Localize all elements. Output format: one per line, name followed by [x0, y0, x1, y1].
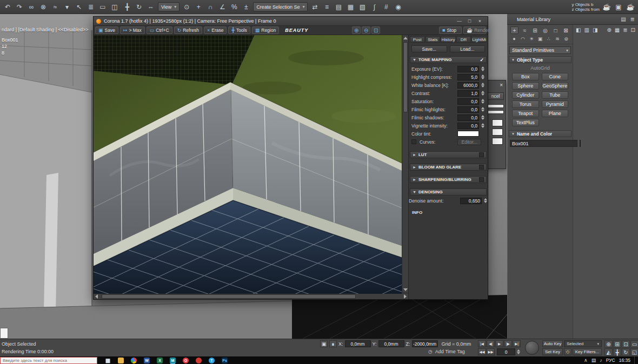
object-type-rollout[interactable]: ▼ Object Type — [509, 56, 571, 63]
language-indicator[interactable]: РУС — [606, 358, 615, 363]
save-button[interactable]: ▣ Save — [95, 26, 118, 34]
load-settings-button[interactable]: Load... — [450, 45, 486, 52]
select-and-rotate-icon[interactable]: ↻ — [134, 2, 144, 12]
zoom-in-icon[interactable]: ⊕ — [352, 26, 361, 34]
vfb-tab[interactable]: Stats — [426, 36, 441, 43]
search-icon[interactable]: ⊕ — [607, 27, 611, 33]
mirror-icon[interactable]: ⇄ — [309, 2, 320, 12]
unlink-selection-icon[interactable]: ⊗ — [38, 2, 49, 12]
crossing-selection-icon[interactable]: ◫ — [109, 2, 120, 12]
refresh-button[interactable]: ↻ Refresh — [174, 26, 202, 34]
close-button[interactable]: × — [475, 18, 485, 25]
curve-editor-icon[interactable]: ∫ — [369, 2, 380, 12]
zoom-extents-icon[interactable]: ⊡ — [622, 340, 630, 348]
volume-icon[interactable]: ♪ — [600, 358, 602, 363]
zoom-fit-icon[interactable]: ⊡ — [371, 26, 380, 34]
subtab-spacewarps[interactable]: ≋ — [554, 35, 561, 42]
selection-set-dropdown[interactable]: Selected ▾ — [564, 340, 602, 347]
orbit-icon[interactable]: ↻ — [622, 348, 630, 356]
maximize-button[interactable]: □ — [464, 18, 475, 25]
section-sharpening-blurring[interactable]: ► SHARPENING/BLURRING — [410, 176, 487, 183]
menu-icon[interactable]: ≣ — [630, 16, 635, 22]
object-name-field[interactable] — [510, 140, 577, 147]
cancel-button[interactable]: ncel — [487, 92, 504, 100]
select-and-move-icon[interactable]: ╋ — [122, 2, 132, 12]
section-lut[interactable]: ► LUT — [410, 151, 487, 158]
stop-button[interactable]: ■ Stop — [439, 26, 462, 34]
render-vertical-scrollbar[interactable] — [402, 35, 408, 293]
viewport-label[interactable]: ndard ] [Default Shading ] <<Disabled>> — [2, 27, 89, 32]
autogrid-toggle[interactable]: AutoGrid — [508, 63, 573, 72]
layer-manager-icon[interactable]: ▦ — [345, 2, 356, 12]
telegram-icon[interactable]: T — [209, 358, 215, 363]
tray-expand-icon[interactable]: ∧ — [584, 358, 588, 363]
send-to-max-button[interactable]: ↦ > Max — [120, 26, 145, 34]
percent-snap-icon[interactable]: % — [229, 2, 240, 12]
zoom-icon[interactable]: ⊕ — [604, 340, 613, 348]
key-filters-button[interactable]: Key Filters... — [573, 348, 602, 355]
value-field[interactable]: 5,0 — [457, 74, 479, 80]
cone-button[interactable]: Cone — [542, 73, 569, 80]
pyramid-button[interactable]: Pyramid — [542, 100, 569, 108]
section-checkbox[interactable] — [479, 177, 484, 182]
section-enabled-check-icon[interactable]: ✓ — [480, 57, 484, 63]
material-editor-icon[interactable]: ◉ — [393, 2, 403, 12]
geosphere-button[interactable]: GeoSphere — [542, 82, 569, 90]
value-field[interactable]: 6000,0 — [457, 82, 479, 89]
value-field[interactable]: 0,0 — [457, 106, 479, 113]
corona-titlebar[interactable]: Corona 1.7 (hotfix 4) | 1935×2580px (1:2… — [94, 17, 488, 26]
rendered-frame-window-icon[interactable]: ▣ — [613, 2, 624, 12]
absolute-mode-icon[interactable]: ▣ — [320, 340, 328, 347]
select-by-name-icon[interactable]: ≣ — [85, 2, 96, 12]
spinner[interactable] — [480, 83, 485, 87]
minimize-button[interactable]: — — [454, 18, 464, 25]
tube-button[interactable]: Tube — [542, 91, 569, 99]
selection-filter-icon[interactable]: ▾ — [62, 2, 72, 12]
next-frame-button[interactable]: |▶ — [504, 340, 512, 347]
cylinder-button[interactable]: Cylinder — [512, 91, 539, 99]
value-field[interactable]: 0,650 — [460, 198, 482, 204]
spinner[interactable] — [480, 123, 485, 128]
use-pivot-center-icon[interactable]: ⊙ — [181, 2, 192, 12]
rectangular-selection-icon[interactable]: ▭ — [97, 2, 108, 12]
y-coordinate-field[interactable] — [378, 340, 404, 347]
excel-icon[interactable]: X — [157, 358, 163, 363]
dock-icon[interactable]: ◧ — [576, 27, 581, 33]
render-production-icon[interactable]: ☕ — [625, 2, 636, 12]
scroll-right-icon[interactable] — [404, 294, 407, 299]
tools-button[interactable]: ╋ Tools — [228, 26, 250, 34]
opera-icon[interactable]: O — [183, 358, 189, 363]
list-view-icon[interactable]: ▤ — [621, 16, 626, 22]
scroll-down-icon[interactable] — [403, 288, 408, 291]
field-of-view-icon[interactable]: ◭ — [604, 348, 613, 356]
value-field[interactable]: 0,0 — [457, 114, 479, 121]
bind-to-spacewarp-icon[interactable]: ≈ — [50, 2, 61, 12]
box-button[interactable]: Box — [512, 73, 539, 80]
subtab-geometry[interactable]: ● — [510, 35, 518, 42]
tab-hierarchy[interactable]: ⊞ — [531, 26, 539, 34]
selection-lock-icon[interactable]: ∎ — [329, 340, 337, 347]
maxscript-mini-listener[interactable] — [0, 328, 8, 339]
select-and-link-icon[interactable]: ∞ — [26, 2, 37, 12]
spinner[interactable] — [480, 115, 485, 120]
vfb-tab[interactable]: LightMix — [471, 36, 487, 43]
subtab-systems[interactable]: ⊚ — [562, 35, 570, 42]
render-setup-icon[interactable]: ☕ — [601, 2, 612, 12]
select-and-manipulate-icon[interactable]: + — [193, 2, 204, 12]
spinner[interactable] — [480, 107, 485, 112]
task-view-icon[interactable]: ▦ — [105, 358, 111, 363]
network-icon[interactable]: ▤ — [592, 358, 596, 363]
dock-icon[interactable]: ◨ — [593, 27, 597, 33]
previous-key-button[interactable]: ◀◀ — [478, 348, 486, 355]
primitive-category-dropdown[interactable]: Standard Primitives ▾ — [509, 46, 571, 54]
tab-create[interactable]: + — [510, 26, 519, 34]
copy-button[interactable]: ▭ Ctrl+C — [147, 26, 172, 34]
curves-checkbox[interactable] — [411, 139, 416, 144]
section-bloom-and-glare[interactable]: ► BLOOM AND GLARE — [410, 164, 487, 171]
zoom-region-icon[interactable]: ▭ — [630, 340, 638, 348]
vfb-tab[interactable]: History — [441, 36, 456, 43]
browser-icon[interactable] — [196, 358, 202, 363]
section-tone-mapping[interactable]: ▼ TONE MAPPING ✓ — [410, 56, 487, 63]
go-to-end-button[interactable]: ▶| — [513, 340, 521, 347]
torus-button[interactable]: Torus — [512, 100, 539, 108]
